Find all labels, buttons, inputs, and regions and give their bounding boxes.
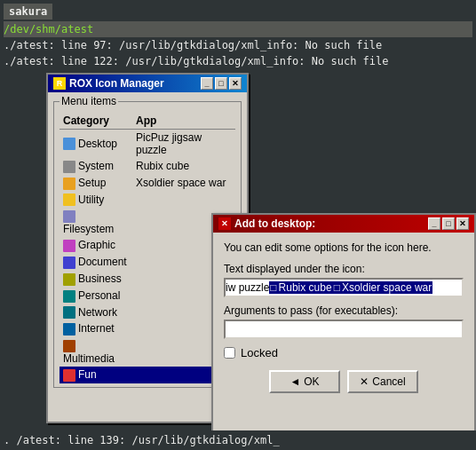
category-row-business[interactable]: Business [60,271,235,288]
cancel-label: Cancel [372,375,405,388]
ok-icon: ◄ [290,375,300,388]
category-row-network[interactable]: Network [60,304,235,321]
args-input-field[interactable] [229,323,458,336]
add-dialog-close-button[interactable]: ✕ [456,217,469,230]
category-cell-internet: Internet [60,320,132,337]
category-name-multimedia: Multimedia [63,352,115,365]
col-category: Category [60,113,132,130]
icon-filesystem-icon [63,210,75,223]
category-cell-network: Network [60,304,132,321]
category-name-desktop: Desktop [78,138,117,150]
add-dialog-minimize-button[interactable]: _ [428,217,440,230]
category-row-system[interactable]: SystemRubix cube [60,158,235,175]
category-name-system: System [78,160,114,172]
app-cell-setup: Xsoldier space war [132,175,235,192]
icon-desktop-icon [63,138,75,150]
category-name-filesystem: Filesystem [63,223,114,235]
args-input[interactable] [224,320,464,339]
category-row-fun[interactable]: Fun [60,367,235,383]
category-row-multimedia[interactable]: Multimedia [60,337,235,367]
rox-window-titlebar: R ROX Icon Manager _ □ ✕ [48,75,247,92]
col-app: App [132,113,235,130]
cancel-icon: ✕ [360,375,369,388]
category-cell-document: Document [60,254,132,271]
category-row-setup[interactable]: SetupXsoldier space war [60,175,235,192]
icon-network-icon [63,306,75,319]
text-highlight-2: □ [333,281,341,294]
text-highlight-rubix: Rubix cube [278,281,333,294]
ok-button[interactable]: ◄ OK [269,370,340,393]
dialog-buttons: ◄ OK ✕ Cancel [224,370,464,393]
terminal-line-2: ./atest: line 122: /usr/lib/gtkdialog/xm… [4,53,472,69]
category-name-graphic: Graphic [78,239,115,251]
icon-document-icon [63,257,75,269]
category-name-fun: Fun [78,368,97,381]
app-cell-desktop: PicPuz jigsaw puzzle [132,130,235,159]
add-dialog-body: You can edit some options for the icon h… [213,233,474,402]
category-name-personal: Personal [78,289,120,302]
app-cell-utility [132,192,235,209]
icon-utility-icon [63,193,75,206]
category-cell-utility: Utility [60,192,132,209]
category-cell-desktop: Desktop [60,130,132,159]
text-scroll-content: iw puzzle□Rubix cube□Xsoldier space war [226,281,432,294]
rox-maximize-button[interactable]: □ [215,77,227,90]
args-field-label: Arguments to pass (for executables): [224,304,464,317]
text-value-prefix: iw puzzle [226,281,269,294]
icon-internet-icon [63,323,75,336]
category-name-utility: Utility [78,193,104,206]
category-cell-fun: Fun [60,367,132,383]
terminal-line-path: /dev/shm/atest [4,21,472,37]
text-scroll-field[interactable]: iw puzzle□Rubix cube□Xsoldier space war [224,278,464,297]
icon-multimedia-icon [63,340,75,352]
category-name-document: Document [78,256,127,268]
category-cell-system: System [60,158,132,175]
rox-window-icon: R [53,77,66,90]
ok-label: OK [304,375,319,388]
text-highlight-1: □ [269,281,277,294]
category-name-setup: Setup [78,177,106,189]
category-row-personal[interactable]: Personal [60,288,235,304]
locked-label: Locked [241,346,278,359]
rox-minimize-button[interactable]: _ [201,77,213,90]
category-cell-personal: Personal [60,288,132,304]
category-cell-setup: Setup [60,175,132,192]
locked-checkbox[interactable] [224,347,235,359]
group-label: Menu items [60,95,118,107]
category-cell-business: Business [60,271,132,288]
add-dialog-description: You can edit some options for the icon h… [224,241,464,254]
category-name-internet: Internet [78,322,115,335]
menu-table: Category App DesktopPicPuz jigsaw puzzle… [60,113,235,383]
icon-setup-icon [63,178,75,190]
category-row-desktop[interactable]: DesktopPicPuz jigsaw puzzle [60,130,235,159]
icon-business-icon [63,273,75,286]
category-name-business: Business [78,272,122,285]
add-dialog-title: Add to desktop: [234,217,315,230]
rox-close-button[interactable]: ✕ [229,77,242,90]
locked-row: Locked [224,346,464,359]
add-dialog-titlebar: ✕ Add to desktop: _ □ ✕ [213,215,474,233]
category-cell-multimedia: Multimedia [60,337,132,367]
add-to-desktop-dialog: ✕ Add to desktop: _ □ ✕ You can edit som… [211,213,476,450]
add-dialog-maximize-button[interactable]: □ [442,217,455,230]
add-dialog-icon: ✕ [218,217,231,230]
category-row-utility[interactable]: Utility [60,192,235,209]
terminal-title: sakura [4,4,52,20]
category-name-network: Network [78,306,117,319]
cancel-button[interactable]: ✕ Cancel [347,370,418,393]
category-row-filesystem[interactable]: Filesystem [60,208,235,237]
category-row-graphic[interactable]: Graphic [60,237,235,254]
category-cell-graphic: Graphic [60,237,132,254]
icon-fun-icon [63,369,75,382]
text-field-label: Text displayed under the icon: [224,263,464,275]
category-cell-filesystem: Filesystem [60,208,132,237]
icon-graphic-icon [63,240,75,252]
text-highlight-xsoldier: Xsoldier space war [341,281,432,294]
category-row-internet[interactable]: Internet [60,320,235,337]
category-row-document[interactable]: Document [60,254,235,271]
app-cell-system: Rubix cube [132,158,235,175]
terminal-line-1: ./atest: line 97: /usr/lib/gtkdialog/xml… [4,37,472,53]
rox-window-title: ROX Icon Manager [69,77,164,90]
icon-personal-icon [63,290,75,303]
terminal-bottom-bar: . /atest: line 139: /usr/lib/gtkdialog/x… [0,430,476,450]
